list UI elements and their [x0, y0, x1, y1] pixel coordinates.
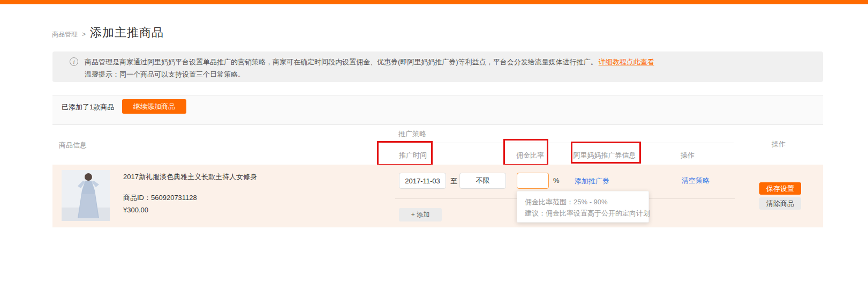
- col-action: 操作: [681, 151, 695, 160]
- product-id: 商品ID：560920731128: [123, 193, 197, 203]
- add-strategy-button[interactable]: + 添加: [399, 208, 442, 221]
- commission-input[interactable]: [517, 173, 549, 189]
- toolbar: 已添加了1款商品 继续添加商品: [52, 95, 823, 124]
- page-title: 添加主推商品: [90, 25, 164, 41]
- remove-product-button[interactable]: 清除商品: [759, 197, 801, 210]
- notice-box: i 商品管理是商家通过阿里妈妈平台设置单品推广的营销策略，商家可在确定时间段内设…: [52, 51, 823, 82]
- added-count-text: 已添加了1款商品: [62, 102, 114, 112]
- breadcrumb-section-link[interactable]: 商品管理: [52, 30, 78, 39]
- col-action-right: 操作: [772, 139, 786, 149]
- end-date-input[interactable]: [459, 173, 506, 189]
- table-header: 商品信息 推广策略 推广时间 佣金比率 阿里妈妈推广券信息 操作 操作: [52, 124, 823, 165]
- breadcrumb: 商品管理 > 添加主推商品: [52, 25, 164, 41]
- continue-add-button[interactable]: 继续添加商品: [122, 99, 186, 114]
- product-row: 2017新礼服淡色典雅主义长款主持人女修身 商品ID：560920731128 …: [52, 165, 823, 227]
- commission-tooltip: 佣金比率范围：25% - 90% 建议：佣金比率设置高于公开的定向计划: [517, 191, 649, 223]
- col-product-info: 商品信息: [59, 140, 87, 150]
- add-coupon-link[interactable]: 添加推广券: [575, 176, 609, 186]
- tooltip-line2: 建议：佣金比率设置高于公开的定向计划: [525, 208, 648, 219]
- notice-text: 商品管理是商家通过阿里妈妈平台设置单品推广的营销策略，商家可在确定时间段内设置佣…: [85, 58, 598, 66]
- percent-sign: %: [553, 176, 560, 184]
- start-date-input[interactable]: [399, 173, 446, 189]
- dress-photo-placeholder: [62, 170, 110, 221]
- date-range-to-label: 至: [450, 176, 457, 186]
- notice-line2: 温馨提示：同一个商品可以支持设置三个日常策略。: [85, 70, 245, 79]
- tutorial-link[interactable]: 详细教程点此查看: [599, 58, 654, 66]
- product-image: [62, 170, 110, 221]
- clear-strategy-link[interactable]: 清空策略: [682, 176, 710, 186]
- col-group-strategy: 推广策略: [398, 129, 426, 139]
- save-settings-button[interactable]: 保存设置: [759, 182, 801, 195]
- info-icon: i: [70, 57, 78, 66]
- product-title: 2017新礼服淡色典雅主义长款主持人女修身: [123, 172, 257, 182]
- highlight-box-commission: [503, 139, 548, 166]
- page: 商品管理 > 添加主推商品 i 商品管理是商家通过阿里妈妈平台设置单品推广的营销…: [0, 0, 868, 281]
- top-accent-bar: [0, 0, 868, 4]
- product-price: ¥300.00: [123, 206, 148, 214]
- notice-line1: 商品管理是商家通过阿里妈妈平台设置单品推广的营销策略，商家可在确定时间段内设置佣…: [85, 57, 654, 67]
- strategy-group-divider: [382, 143, 734, 143]
- breadcrumb-separator: >: [82, 31, 86, 38]
- highlight-box-promo-time: [377, 141, 433, 166]
- highlight-box-coupon: [571, 142, 641, 164]
- tooltip-line1: 佣金比率范围：25% - 90%: [525, 196, 648, 208]
